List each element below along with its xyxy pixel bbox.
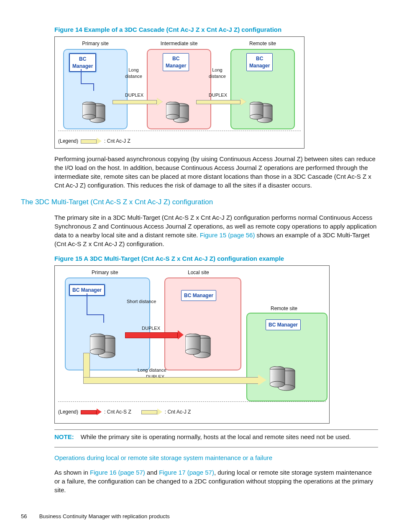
fig14-primary-label: Primary site [82,40,108,47]
fig14-intermediate-label: Intermediate site [161,40,198,47]
storage-icon [250,102,275,124]
svg-point-29 [185,349,200,355]
svg-point-11 [166,114,179,119]
figure15: Primary site Local site Remote site BC M… [54,265,330,424]
fig15-local-label: Local site [188,269,209,276]
ops-para-b: and [145,469,159,476]
svg-point-35 [270,381,285,387]
svg-point-5 [82,114,96,119]
arrow-icon [113,99,163,105]
fig14-legend-item: : Cnt Ac-J Z [104,138,130,145]
fig15-legend: (Legend) : Cnt Ac-S Z : Cnt Ac-J Z [58,406,326,416]
fig14-longdist-1: Long distance [125,67,142,80]
storage-icon [90,334,119,360]
para-after-fig14: Performing journal-based asynchronous co… [54,154,378,190]
heading-multitarget: The 3DC Multi-Target (Cnt Ac-S Z x Cnt A… [21,197,378,207]
fig14-legend-label: (Legend) [58,138,78,145]
link-fig15[interactable]: Figure 15 (page 56) [200,231,255,239]
note-text: While the primary site is operating norm… [81,433,351,440]
fig15-short-distance: Short distance [127,298,156,305]
svg-point-17 [250,114,263,119]
footer-title: Business Continuity Manager with replica… [39,513,170,517]
storage-icon [82,102,107,124]
arrow-head-icon [258,375,266,386]
para-multitarget: The primary site in a 3DC Multi-Target (… [54,213,378,248]
fig14-bc-remote: BC Manager [246,53,273,72]
storage-icon [270,366,299,392]
fig14-legend: (Legend) : Cnt Ac-J Z [58,135,301,145]
arrow-icon [196,99,246,105]
storage-icon [185,334,215,360]
fig15-primary-label: Primary site [92,269,118,276]
arrow-icon [81,409,102,415]
note-label: NOTE: [54,433,74,440]
fig15-bc-local: BC Manager [181,290,216,301]
link-fig16[interactable]: Figure 16 (page 57) [90,469,145,476]
storage-icon [166,102,191,124]
fig15-legend-yellow: : Cnt Ac-J Z [165,409,191,416]
page-footer: 56 Business Continuity Manager with repl… [21,513,170,517]
arrow-segment [83,377,260,384]
figure15-caption: Figure 15 A 3DC Multi-Target (Cnt Ac-S Z… [54,254,378,263]
arrow-icon [81,138,102,144]
fig15-bc-remote: BC Manager [266,319,301,331]
fig15-duplex-1: DUPLEX [142,325,160,332]
arrow-icon [141,409,162,415]
subheading-ops: Operations during local or remote site s… [54,453,378,462]
figure14-caption: Figure 14 Example of a 3DC Cascade (Cnt … [54,25,378,34]
fig14-duplex-2: DUPLEX [209,92,227,98]
fig15-legend-red: : Cnt Ac-S Z [104,409,131,416]
ops-para: As shown in Figure 16 (page 57) and Figu… [54,468,378,494]
link-fig17[interactable]: Figure 17 (page 57) [159,469,214,476]
note-block: NOTE: While the primary site is operatin… [54,432,378,441]
fig14-bc-intermediate: BC Manager [163,53,189,72]
figure14: Primary site BC Manager Intermediate sit… [54,36,304,149]
svg-point-23 [90,349,105,355]
fig14-duplex-1: DUPLEX [125,92,143,98]
fig15-legend-label: (Legend) [58,409,78,416]
fig14-longdist-2: Long distance [209,67,226,80]
fig14-remote-label: Remote site [249,40,276,47]
page-number: 56 [21,513,38,517]
fig15-remote-label: Remote site [271,305,297,312]
ops-para-a: As shown in [54,469,90,476]
arrow-icon [125,332,184,338]
fig15-long-distance: Long distance [138,367,166,373]
fig14-bc-primary: BC Manager [69,53,96,72]
